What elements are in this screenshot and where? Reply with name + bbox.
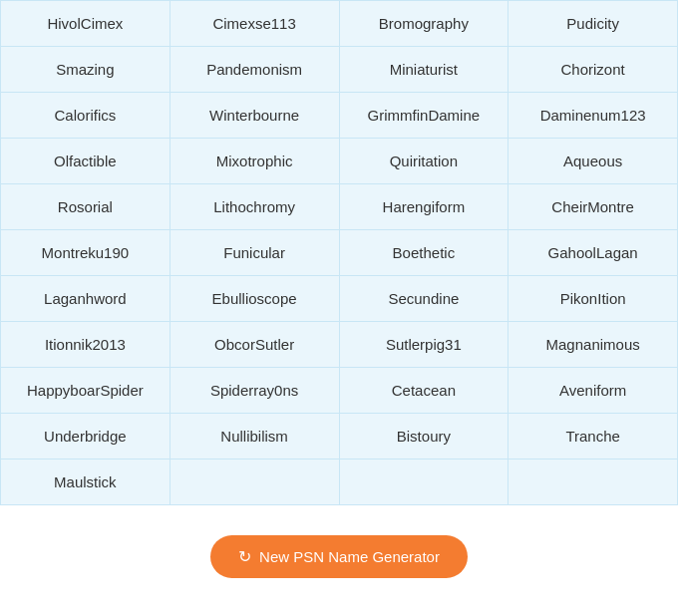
grid-cell[interactable]: Aveniform — [508, 368, 678, 414]
grid-cell[interactable]: Daminenum123 — [508, 93, 678, 139]
grid-cell[interactable]: Bromography — [340, 1, 509, 47]
grid-cell[interactable]: Cimexse113 — [170, 1, 340, 47]
grid-cell[interactable]: Pudicity — [508, 1, 678, 47]
grid-cell[interactable]: Mixotrophic — [170, 139, 340, 184]
grid-cell[interactable]: Winterbourne — [170, 93, 340, 139]
grid-cell-empty — [340, 460, 509, 505]
grid-cell[interactable]: GrimmfinDamine — [340, 93, 509, 139]
grid-cell[interactable]: Ebullioscope — [170, 276, 340, 322]
grid-cell[interactable]: Funicular — [170, 230, 340, 276]
grid-cell[interactable]: Spiderray0ns — [170, 368, 340, 414]
grid-cell[interactable]: Cetacean — [340, 368, 509, 414]
grid-cell[interactable]: Magnanimous — [508, 322, 678, 368]
grid-cell[interactable]: Tranche — [508, 414, 678, 460]
grid-cell[interactable]: Underbridge — [1, 414, 170, 460]
grid-cell[interactable]: Quiritation — [340, 139, 509, 184]
grid-cell[interactable]: Secundine — [340, 276, 509, 322]
grid-cell[interactable]: Smazing — [1, 47, 170, 93]
grid-cell[interactable]: Laganhword — [1, 276, 170, 322]
grid-cell[interactable]: Harengiform — [340, 184, 509, 230]
grid-cell-empty — [170, 460, 340, 505]
grid-cell[interactable]: Rosorial — [1, 184, 170, 230]
grid-cell[interactable]: Bistoury — [340, 414, 509, 460]
grid-cell[interactable]: Lithochromy — [170, 184, 340, 230]
grid-cell[interactable]: HappyboarSpider — [1, 368, 170, 414]
grid-cell[interactable]: Chorizont — [508, 47, 678, 93]
grid-cell[interactable]: Calorifics — [1, 93, 170, 139]
grid-cell[interactable]: Nullibilism — [170, 414, 340, 460]
button-row: ↻ New PSN Name Generator — [0, 505, 678, 598]
grid-cell[interactable]: Montreku190 — [1, 230, 170, 276]
generate-button-label: New PSN Name Generator — [259, 548, 440, 565]
grid-cell-empty — [508, 460, 678, 505]
grid-cell[interactable]: Pandemonism — [170, 47, 340, 93]
grid-cell[interactable]: CheirMontre — [508, 184, 678, 230]
grid-cell[interactable]: ObcorSutler — [170, 322, 340, 368]
grid-cell[interactable]: Maulstick — [1, 460, 170, 505]
grid-cell[interactable]: PikonItion — [508, 276, 678, 322]
grid-cell[interactable]: Itionnik2013 — [1, 322, 170, 368]
grid-cell[interactable]: GahoolLagan — [508, 230, 678, 276]
grid-cell[interactable]: HivolCimex — [1, 1, 170, 47]
refresh-icon: ↻ — [238, 547, 251, 566]
grid-cell[interactable]: Boethetic — [340, 230, 509, 276]
grid-cell[interactable]: Aqueous — [508, 139, 678, 184]
grid-cell[interactable]: Olfactible — [1, 139, 170, 184]
generate-button[interactable]: ↻ New PSN Name Generator — [210, 535, 468, 578]
grid-cell[interactable]: Miniaturist — [340, 47, 509, 93]
grid-cell[interactable]: Sutlerpig31 — [340, 322, 509, 368]
grid-container: HivolCimexCimexse113BromographyPudicityS… — [0, 0, 678, 505]
